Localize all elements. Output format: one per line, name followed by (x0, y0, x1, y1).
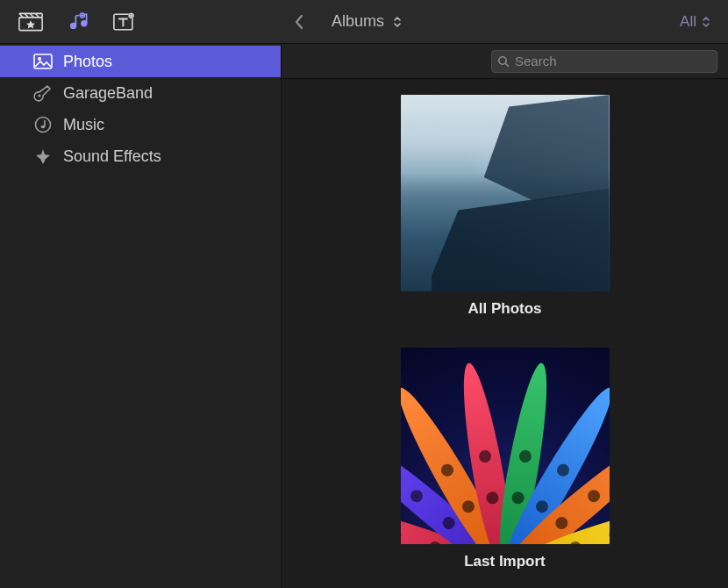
sidebar: Photos GarageBand Music (0, 44, 282, 588)
up-down-chevron-icon (393, 16, 402, 28)
svg-point-7 (38, 57, 41, 61)
breadcrumb-label: Albums (332, 12, 384, 31)
top-bar: Albums All (0, 0, 728, 44)
album-all-photos[interactable]: All Photos (401, 95, 610, 318)
album-label: Last Import (464, 553, 546, 570)
tab-audio[interactable] (63, 9, 93, 35)
sidebar-item-label: GarageBand (63, 84, 153, 103)
search-icon (497, 55, 510, 68)
music-note-icon (33, 116, 53, 133)
album-last-import[interactable]: Last Import (401, 348, 610, 570)
sidebar-item-label: Music (63, 116, 104, 134)
svg-point-9 (36, 118, 51, 133)
music-notes-icon (66, 12, 90, 32)
up-down-chevron-icon (702, 16, 710, 28)
back-button[interactable] (288, 14, 309, 30)
sidebar-item-label: Sound Effects (63, 147, 161, 166)
svg-point-8 (39, 95, 41, 97)
main-panel: All Photos Last Import (282, 44, 728, 588)
sidebar-item-music[interactable]: Music (0, 109, 281, 140)
search-field[interactable] (491, 50, 717, 73)
sidebar-item-label: Photos (63, 53, 112, 71)
breadcrumb-dropdown[interactable]: Albums (332, 12, 402, 31)
sound-effects-icon (33, 147, 53, 165)
svg-point-10 (41, 125, 46, 129)
tab-video[interactable] (16, 9, 46, 35)
filter-label: All (680, 13, 696, 31)
svg-point-11 (499, 56, 506, 63)
search-input[interactable] (515, 54, 711, 68)
albums-grid: All Photos Last Import (282, 79, 728, 588)
sidebar-item-soundeffects[interactable]: Sound Effects (0, 140, 281, 172)
guitar-icon (33, 84, 53, 102)
library-tabs (0, 9, 281, 35)
filter-dropdown[interactable]: All (680, 13, 710, 31)
titles-text-icon (113, 12, 138, 32)
svg-point-1 (71, 23, 76, 28)
sidebar-item-garageband[interactable]: GarageBand (0, 77, 281, 109)
media-browser-window: Albums All Photos (0, 0, 728, 588)
album-label: All Photos (467, 300, 541, 318)
clapperboard-star-icon (18, 12, 43, 32)
svg-point-2 (82, 20, 87, 25)
breadcrumb-bar: Albums All (281, 12, 728, 31)
chevron-left-icon (294, 14, 303, 30)
album-thumbnail (401, 95, 610, 291)
sidebar-item-photos[interactable]: Photos (0, 46, 281, 77)
search-bar (282, 44, 728, 79)
svg-rect-6 (34, 54, 52, 68)
content-area: Photos GarageBand Music (0, 44, 728, 588)
tab-titles[interactable] (111, 9, 140, 35)
photos-icon (33, 53, 53, 70)
album-thumbnail (401, 348, 610, 544)
